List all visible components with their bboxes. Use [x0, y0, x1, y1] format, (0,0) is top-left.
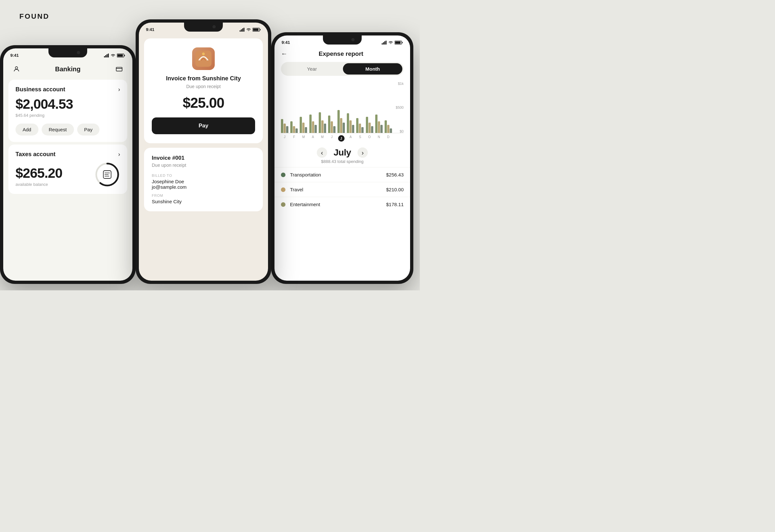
app-logo: FOUND [19, 12, 49, 21]
bar-group [319, 112, 326, 133]
bar-segment [337, 110, 340, 133]
billed-to-name: Josephine Doe [152, 179, 255, 184]
bar-segment [312, 121, 314, 133]
period-toggle: Year Month [281, 62, 404, 76]
month-button[interactable]: Month [343, 63, 402, 75]
wifi-icon-3 [388, 41, 393, 45]
svg-rect-3 [108, 54, 109, 57]
signal-icon-2 [240, 28, 245, 32]
bar-segment [328, 115, 330, 133]
bar-segment [319, 112, 321, 133]
svg-rect-25 [382, 43, 383, 45]
chart-x-label: M [319, 135, 326, 142]
invoice-company-name: Invoice from Sunshine City [152, 75, 255, 82]
chart-x-label: A [347, 135, 354, 142]
svg-rect-22 [253, 28, 259, 31]
bar-segment [349, 120, 352, 133]
bar-segment [366, 117, 368, 133]
bar-segment [390, 128, 392, 133]
svg-point-24 [202, 53, 205, 55]
svg-rect-27 [384, 41, 385, 45]
bar-segment [378, 121, 380, 133]
card-icon[interactable] [114, 64, 125, 75]
chart-y-label-0: $0 [396, 129, 404, 133]
bar-segment [302, 123, 305, 133]
notch-3 [323, 35, 362, 45]
chart-x-label: O [366, 135, 373, 142]
billed-to-email: jo@sample.com [152, 184, 255, 190]
invoice-pay-button[interactable]: Pay [152, 117, 255, 134]
bar-segment [347, 113, 349, 133]
chart-x-labels: JFMAMJJASOND [281, 133, 404, 142]
business-account-pending: $45.64 pending [15, 113, 120, 118]
add-button[interactable]: Add [15, 124, 38, 136]
chart-y-label-1k: $1k [396, 82, 404, 85]
phone-banking: 9:41 [0, 45, 136, 284]
taxes-account-available: available balance [15, 182, 62, 187]
category-dot [281, 173, 286, 177]
invoice-main-card: Invoice from Sunshine City Due upon rece… [144, 38, 263, 143]
bar-group [281, 119, 288, 133]
category-amount: $178.11 [386, 202, 404, 207]
bar-group [337, 110, 345, 133]
bar-segment [359, 124, 361, 133]
banking-header: Banking [3, 60, 132, 77]
profile-icon[interactable] [11, 64, 22, 75]
expense-title: Expense report [287, 50, 395, 57]
notch-camera [77, 51, 80, 54]
svg-rect-16 [240, 30, 241, 32]
phone-invoice: 9:41 [136, 19, 271, 284]
chart-bars [281, 82, 404, 133]
chart-x-label: J [281, 135, 288, 142]
chart-x-label: A [309, 135, 317, 142]
bar-segment [340, 118, 342, 133]
expense-header: ← Expense report [275, 47, 410, 59]
phone-expense: 9:41 [271, 32, 413, 284]
chart-x-label: J [337, 135, 345, 142]
bar-segment [387, 125, 389, 133]
pay-button[interactable]: Pay [77, 124, 100, 136]
svg-rect-31 [395, 41, 401, 44]
expense-chart: $1k $500 $0 JFMAMJJASOND [275, 78, 410, 143]
business-account-name: Business account [15, 86, 65, 93]
svg-rect-5 [124, 55, 125, 56]
year-button[interactable]: Year [282, 63, 342, 75]
taxes-account-chevron[interactable]: › [118, 151, 120, 158]
bar-segment [284, 124, 286, 133]
invoice-detail-card: Invoice #001 Due upon receipt BILLED TO … [144, 148, 263, 211]
back-button[interactable]: ← [281, 50, 287, 57]
svg-rect-17 [241, 29, 242, 32]
taxes-progress-circle [94, 162, 120, 187]
month-section: ‹ July › [275, 143, 410, 159]
request-button[interactable]: Request [42, 124, 74, 136]
next-month-button[interactable]: › [357, 147, 368, 158]
svg-rect-21 [260, 29, 261, 30]
billed-to-label: BILLED TO [152, 174, 255, 177]
business-account-chevron[interactable]: › [118, 86, 120, 93]
bar-segment [281, 119, 283, 133]
battery-icon-3 [395, 41, 403, 45]
invoice-due: Due upon receipt [152, 84, 255, 89]
business-account-balance: $2,004.53 [15, 97, 120, 112]
bar-segment [333, 126, 336, 133]
status-icons-3 [382, 41, 403, 45]
bar-segment [343, 123, 345, 133]
category-dot [281, 202, 286, 207]
bar-segment [356, 118, 358, 133]
bar-segment [380, 125, 383, 133]
bar-segment [371, 126, 373, 133]
status-time-2: 9:41 [146, 27, 154, 32]
prev-month-button[interactable]: ‹ [317, 147, 327, 158]
bar-segment [368, 123, 371, 133]
bar-segment [324, 124, 326, 133]
bar-group [347, 113, 354, 133]
svg-rect-6 [117, 54, 123, 56]
battery-icon-2 [253, 28, 261, 32]
taxes-account-balance: $265.20 [15, 166, 62, 181]
bar-group [328, 115, 336, 133]
bar-group [385, 120, 392, 133]
business-account-buttons: Add Request Pay [15, 124, 120, 136]
banking-title: Banking [22, 65, 114, 73]
category-amount: $256.43 [386, 172, 404, 177]
notch-camera-3 [351, 38, 355, 41]
